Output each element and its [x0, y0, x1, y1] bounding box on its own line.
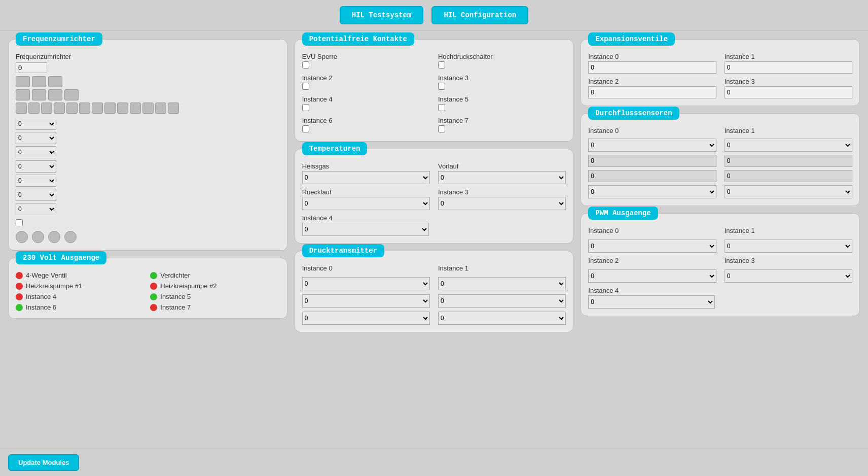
long-btn-4[interactable] — [54, 103, 65, 114]
long-btn-12[interactable] — [155, 103, 166, 114]
ausgaenge-item-4: Instance 4 — [16, 293, 145, 300]
gray-btn-2[interactable] — [32, 76, 46, 87]
expansionsventile-panel: Expansionsventile Instance 0 Instance 1 … — [581, 39, 860, 106]
ausgaenge-label-7: Instance 7 — [160, 303, 191, 311]
volt230-panel: 230 Volt Ausgaenge 4-Wege Ventil Verdich… — [8, 258, 287, 319]
temp-label-0: Heissgas — [302, 162, 430, 170]
pwm-select-2[interactable]: 0 — [588, 269, 716, 283]
long-btn-3[interactable] — [41, 103, 52, 114]
freq-select-2[interactable]: 0 — [16, 146, 56, 158]
pk-checkbox-3[interactable] — [438, 83, 445, 90]
pwm-grid: Instance 0 Instance 1 0 0 Instance 2 Ins… — [588, 227, 852, 309]
gray-btn-4[interactable] — [16, 89, 30, 100]
long-btn-11[interactable] — [142, 103, 154, 114]
long-btn-1[interactable] — [16, 103, 27, 114]
gray-btn-1[interactable] — [16, 76, 30, 87]
ev-label-2: Instance 2 — [588, 78, 716, 85]
left-column: Frequenzumrichter Frequenzumrichter — [8, 39, 287, 319]
update-modules-button[interactable]: Update Modules — [8, 454, 79, 471]
pk-checkbox-1[interactable] — [438, 61, 445, 69]
hil-testsystem-button[interactable]: HIL Testsystem — [340, 6, 424, 24]
potentialfreie-content: EVU Sperre Hochdruckschalter Instance 2 … — [302, 53, 566, 134]
long-btn-9[interactable] — [117, 103, 128, 114]
gray-btn-7[interactable] — [64, 89, 79, 100]
long-btn-6[interactable] — [79, 103, 90, 114]
pk-checkbox-5[interactable] — [438, 104, 445, 111]
pwm-select-3[interactable]: 0 — [725, 269, 852, 283]
long-btn-13[interactable] — [168, 103, 179, 114]
pwm-select-4[interactable]: 0 — [588, 295, 715, 309]
pk-checkbox-4[interactable] — [302, 104, 309, 111]
gray-btn-3[interactable] — [48, 76, 62, 87]
temp-select-1[interactable]: 0 — [438, 171, 566, 184]
dt-select-0-1[interactable]: 0 — [302, 294, 430, 308]
temp-select-4[interactable]: 0 — [302, 223, 429, 236]
df-select-1[interactable]: 0 — [725, 139, 852, 152]
ausgaenge-item-3: Heizkreispumpe #2 — [150, 282, 279, 290]
circle-1 — [16, 231, 28, 243]
dt-select-0-2[interactable]: 0 — [302, 312, 430, 325]
pwm-panel: PWM Ausgaenge Instance 0 Instance 1 0 0 … — [581, 213, 860, 316]
ausgaenge-item-2: Heizkreispumpe #1 — [16, 282, 145, 290]
freq-select-4[interactable]: 0 — [16, 175, 56, 187]
long-btn-2[interactable] — [28, 103, 40, 114]
ausgaenge-grid: 4-Wege Ventil Verdichter Heizkreispumpe … — [16, 271, 280, 311]
pwm-select-0[interactable]: 0 — [588, 240, 716, 253]
ausgaenge-item-0: 4-Wege Ventil — [16, 271, 145, 279]
df-select-3[interactable]: 0 — [725, 185, 852, 198]
ausgaenge-item-6: Instance 6 — [16, 303, 145, 311]
dt-select-1-2[interactable]: 0 — [438, 312, 566, 325]
pk-label-3: Instance 3 — [438, 74, 566, 82]
long-btn-8[interactable] — [104, 103, 116, 114]
dt-select-1-1[interactable]: 0 — [438, 294, 566, 308]
df-readonly-1 — [725, 155, 852, 167]
ev-label-3: Instance 3 — [725, 78, 852, 85]
freq-select-5[interactable]: 0 — [16, 189, 56, 201]
circle-row — [16, 231, 280, 243]
freq-select-3[interactable]: 0 — [16, 160, 56, 173]
ev-label-1: Instance 1 — [725, 53, 852, 60]
gray-btn-5[interactable] — [32, 89, 46, 100]
ev-input-3[interactable] — [725, 86, 852, 98]
potentialfreie-title: Potentialfreie Kontakte — [302, 32, 414, 46]
freq-select-6[interactable]: 0 — [16, 203, 56, 215]
ausgaenge-item-1: Verdichter — [150, 271, 279, 279]
temperaturen-content: Heissgas 0 Vorlauf 0 Ruecklauf 0 Instanc… — [302, 162, 566, 236]
freq-select-0[interactable]: 0 — [16, 118, 56, 130]
ev-input-0[interactable] — [588, 61, 716, 74]
pk-checkbox-2[interactable] — [302, 83, 309, 90]
ev-input-2[interactable] — [588, 86, 716, 98]
long-btn-7[interactable] — [92, 103, 103, 114]
freq-checkbox[interactable] — [16, 219, 23, 226]
gray-btn-6[interactable] — [48, 89, 62, 100]
ev-grid: Instance 0 Instance 1 Instance 2 Instanc… — [588, 53, 852, 98]
volt230-content: 4-Wege Ventil Verdichter Heizkreispumpe … — [16, 271, 280, 311]
temp-select-2[interactable]: 0 — [302, 197, 430, 210]
pk-label-5: Instance 5 — [438, 95, 566, 103]
temp-item-4: Instance 4 0 — [302, 214, 566, 236]
temp-item-1: Vorlauf 0 — [438, 162, 566, 184]
temp-select-0[interactable]: 0 — [302, 171, 430, 184]
long-btn-5[interactable] — [66, 103, 78, 114]
pk-checkbox-0[interactable] — [302, 61, 309, 69]
pwm-content: Instance 0 Instance 1 0 0 Instance 2 Ins… — [588, 227, 852, 309]
long-btn-10[interactable] — [130, 103, 141, 114]
dt-select-0-0[interactable]: 0 — [302, 277, 430, 290]
dot-3 — [150, 283, 157, 290]
pwm-select-1[interactable]: 0 — [725, 240, 852, 253]
ev-input-1[interactable] — [725, 61, 852, 74]
circle-2 — [32, 231, 44, 243]
freq-select-1[interactable]: 0 — [16, 132, 56, 144]
hil-configuration-button[interactable]: HIL Configuration — [431, 6, 528, 24]
freq-main-input[interactable] — [16, 62, 47, 73]
pk-checkbox-6[interactable] — [302, 125, 309, 132]
pwm-label-0: Instance 0 — [588, 227, 716, 234]
dt-select-1-0[interactable]: 0 — [438, 277, 566, 290]
pk-label-1: Hochdruckschalter — [438, 53, 566, 60]
durchflusssensoren-title: Durchflusssensoren — [588, 107, 679, 120]
temp-select-3[interactable]: 0 — [438, 197, 566, 210]
dot-1 — [150, 272, 157, 279]
df-select-2[interactable]: 0 — [588, 185, 716, 198]
pk-checkbox-7[interactable] — [438, 125, 445, 132]
df-select-0[interactable]: 0 — [588, 139, 716, 152]
